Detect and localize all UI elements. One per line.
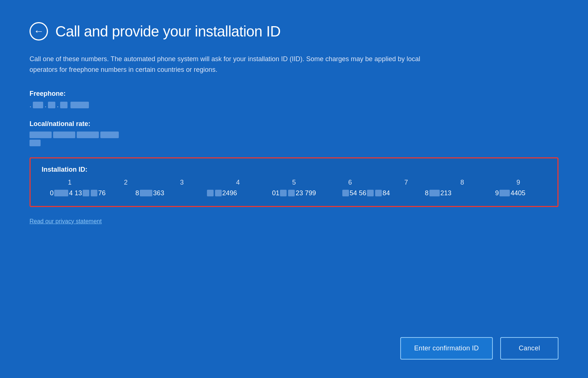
- local-blur-5: [30, 140, 41, 146]
- phone-text-part: .: [30, 101, 31, 109]
- seg6-blur-1: [429, 190, 440, 196]
- seg1-blur-2: [83, 190, 89, 196]
- id-seg-6: 8 213: [402, 189, 474, 197]
- phone-blur-2: [48, 102, 55, 108]
- header: ← Call and provide your installation ID: [30, 22, 558, 41]
- seg4-blur-1: [280, 190, 287, 196]
- local-rate-number-2: [30, 140, 558, 146]
- description-text: Call one of these numbers. The automated…: [30, 54, 435, 75]
- local-blur-4: [100, 132, 119, 138]
- col-3: 3: [154, 179, 210, 186]
- seg3-blur-1: [207, 190, 214, 196]
- id-seg-3: 2496: [186, 189, 258, 197]
- phone-blur-1: [33, 102, 43, 108]
- id-seg-5: 54 56 84: [330, 189, 402, 197]
- col-4: 4: [210, 179, 266, 186]
- seg5-blur-1: [342, 190, 349, 196]
- cancel-button[interactable]: Cancel: [500, 337, 558, 360]
- enter-confirmation-button[interactable]: Enter confirmation ID: [400, 337, 493, 360]
- col-7: 7: [378, 179, 434, 186]
- col-2: 2: [98, 179, 154, 186]
- seg1-blur-3: [91, 190, 97, 196]
- id-seg-1: 0 4 13 76: [42, 189, 114, 197]
- local-blur-3: [77, 132, 99, 138]
- id-seg-7: 9 4405: [474, 189, 546, 197]
- page-container: ← Call and provide your installation ID …: [0, 0, 588, 378]
- local-blur-1: [30, 132, 52, 138]
- col-1: 1: [42, 179, 98, 186]
- seg4-blur-2: [288, 190, 295, 196]
- footer-buttons: Enter confirmation ID Cancel: [30, 330, 558, 360]
- page-title: Call and provide your installation ID: [55, 23, 281, 40]
- id-seg-4: 01 23 799: [258, 189, 330, 197]
- freephone-number: . . .: [30, 101, 558, 109]
- phone-blur-3: [60, 102, 68, 108]
- back-arrow-icon: ←: [34, 26, 44, 36]
- back-button[interactable]: ←: [30, 22, 48, 41]
- installation-id-label: Installation ID:: [42, 166, 546, 174]
- seg5-blur-2: [367, 190, 374, 196]
- seg7-blur-1: [499, 190, 510, 196]
- privacy-link[interactable]: Read our privacy statement: [30, 218, 558, 225]
- local-rate-section: Local/national rate:: [30, 120, 558, 146]
- col-6: 6: [322, 179, 378, 186]
- freephone-label: Freephone:: [30, 90, 558, 98]
- id-values-row: 0 4 13 76 8 363 2496: [42, 189, 546, 197]
- id-seg-2: 8 363: [114, 189, 186, 197]
- seg3-blur-2: [215, 190, 222, 196]
- col-9: 9: [490, 179, 546, 186]
- local-rate-number: [30, 132, 558, 138]
- col-5: 5: [266, 179, 322, 186]
- local-blur-2: [53, 132, 75, 138]
- seg2-blur-1: [140, 190, 152, 196]
- freephone-section: Freephone: . . .: [30, 90, 558, 109]
- col-8: 8: [434, 179, 490, 186]
- phone-blur-4: [70, 102, 89, 108]
- id-column-numbers: 1 2 3 4 5 6 7 8 9: [42, 179, 546, 186]
- seg5-blur-3: [375, 190, 382, 196]
- local-rate-label: Local/national rate:: [30, 120, 558, 128]
- seg1-blur-1: [54, 190, 68, 196]
- installation-id-section: Installation ID: 1 2 3 4 5 6 7 8 9 0 4 1…: [30, 157, 558, 207]
